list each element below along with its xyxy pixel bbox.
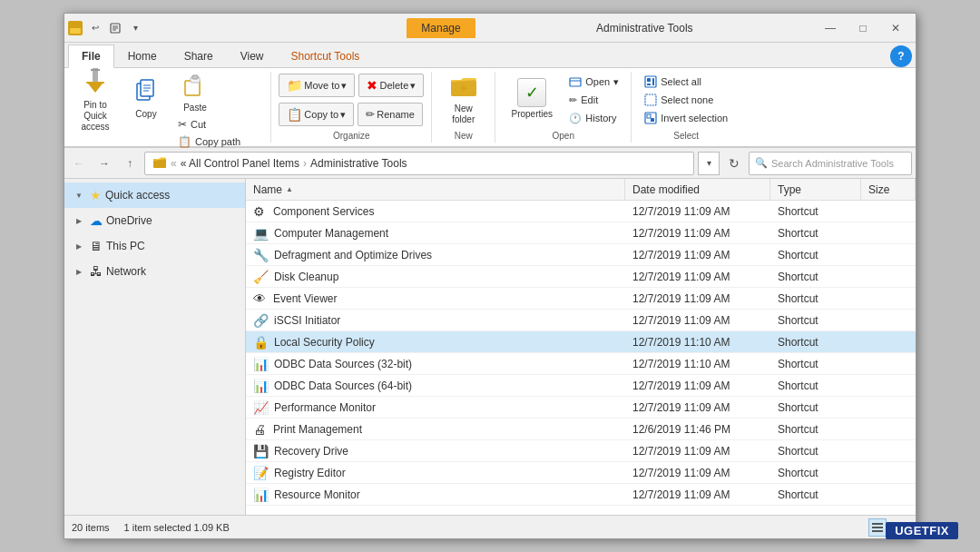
col-header-size[interactable]: Size	[861, 179, 916, 200]
select-all-icon	[644, 75, 657, 88]
table-row[interactable]: 📊 Resource Monitor 12/7/2019 11:09 AM Sh…	[246, 484, 916, 506]
table-row[interactable]: 📈 Performance Monitor 12/7/2019 11:09 AM…	[246, 397, 916, 419]
file-size	[861, 331, 916, 352]
sidebar-label-onedrive: OneDrive	[106, 214, 152, 227]
window-controls: — □ ✕	[814, 14, 912, 43]
path-control-panel[interactable]: « All Control Panel Items	[181, 157, 299, 170]
tab-share[interactable]: Share	[171, 44, 227, 67]
item-count-text: 20 items	[72, 522, 110, 533]
invert-selection-button[interactable]: Invert selection	[640, 110, 732, 126]
rename-icon: ✏	[366, 108, 375, 121]
delete-button[interactable]: ✖ Delete ▾	[358, 74, 424, 97]
file-size	[861, 440, 916, 461]
refresh-button[interactable]: ↻	[723, 152, 745, 175]
history-button[interactable]: 🕐 History	[564, 110, 623, 126]
file-date: 12/7/2019 11:09 AM	[625, 244, 770, 265]
table-row[interactable]: 📊 ODBC Data Sources (32-bit) 12/7/2019 1…	[246, 353, 916, 375]
clipboard-group: Pin to Quickaccess Copy	[64, 72, 271, 143]
organize-group-label: Organize	[279, 129, 424, 143]
new-group: + Newfolder New	[432, 72, 495, 143]
file-list: Name ▲ Date modified Type Size ⚙ Compone…	[246, 179, 916, 515]
table-row[interactable]: 👁 Event Viewer 12/7/2019 11:09 AM Shortc…	[246, 288, 916, 310]
file-size	[861, 462, 916, 483]
delete-label: Delete	[379, 80, 408, 91]
edit-button[interactable]: ✏ Edit	[564, 92, 623, 108]
details-view-button[interactable]	[868, 518, 887, 537]
search-box[interactable]: 🔍 Search Administrative Tools	[749, 152, 912, 175]
up-button[interactable]: ↑	[119, 153, 141, 174]
table-row[interactable]: 💾 Recovery Drive 12/7/2019 11:09 AM Shor…	[246, 440, 916, 462]
table-row[interactable]: 🔧 Defragment and Optimize Drives 12/7/20…	[246, 244, 916, 266]
file-icon: ⚙	[253, 204, 268, 219]
close-button[interactable]: ✕	[879, 14, 912, 43]
open-button[interactable]: Open ▾	[564, 74, 623, 90]
pin-icon	[83, 65, 108, 98]
new-folder-button[interactable]: + Newfolder	[440, 72, 487, 126]
maximize-button[interactable]: □	[847, 14, 879, 43]
move-to-button[interactable]: 📁 Move to ▾	[279, 74, 355, 97]
table-row[interactable]: ⚙ Component Services 12/7/2019 11:09 AM …	[246, 201, 916, 222]
table-row[interactable]: 🖨 Print Management 12/6/2019 11:46 PM Sh…	[246, 419, 916, 440]
sort-arrow-name: ▲	[286, 185, 293, 193]
svg-rect-1	[70, 28, 81, 34]
tab-shortcut-tools[interactable]: Shortcut Tools	[278, 44, 374, 67]
copy-button[interactable]: Copy	[122, 72, 170, 126]
col-header-name[interactable]: Name ▲	[246, 179, 625, 200]
search-icon: 🔍	[755, 157, 768, 169]
file-icon: 🔧	[253, 248, 269, 262]
file-date: 12/7/2019 11:09 AM	[625, 266, 770, 287]
table-row[interactable]: 🧹 Disk Cleanup 12/7/2019 11:09 AM Shortc…	[246, 266, 916, 288]
select-none-button[interactable]: Select none	[640, 92, 732, 108]
title-bar-left: ↩ ▾	[68, 19, 407, 37]
file-date: 12/6/2019 11:46 PM	[625, 419, 770, 439]
svg-rect-28	[647, 114, 651, 118]
explorer-window: ↩ ▾ Manage Administrative Tools — □ ✕	[64, 13, 916, 539]
address-dropdown-button[interactable]: ▾	[698, 152, 720, 175]
paste-button[interactable]: Paste	[173, 74, 217, 113]
file-name: Event Viewer	[273, 292, 337, 305]
tab-file[interactable]: File	[68, 44, 114, 68]
ribbon-tab-bar: File Home Share View Shortcut Tools ?	[64, 43, 916, 68]
svg-rect-22	[645, 76, 656, 87]
file-date: 12/7/2019 11:10 AM	[625, 353, 770, 374]
svg-rect-29	[651, 118, 654, 122]
cut-button[interactable]: ✂ Cut	[173, 116, 263, 133]
file-size	[861, 419, 916, 439]
history-label: History	[585, 113, 616, 123]
forward-button[interactable]: →	[93, 153, 115, 174]
sidebar-item-network[interactable]: ▶ 🖧 Network	[64, 259, 245, 284]
tab-home[interactable]: Home	[114, 44, 171, 67]
sidebar-item-onedrive[interactable]: ▶ ☁ OneDrive	[64, 208, 245, 233]
sidebar-item-quick-access[interactable]: ▼ ★ Quick access	[64, 182, 245, 208]
table-row[interactable]: 🔗 iSCSI Initiator 12/7/2019 11:09 AM Sho…	[246, 310, 916, 331]
sidebar-item-this-pc[interactable]: ▶ 🖥 This PC	[64, 233, 245, 259]
qat-dropdown-button[interactable]: ▾	[126, 19, 144, 37]
file-name: Defragment and Optimize Drives	[274, 249, 432, 261]
organize-group: 📁 Move to ▾ ✖ Delete ▾ 📋 C	[271, 72, 432, 143]
table-row[interactable]: 💻 Computer Management 12/7/2019 11:09 AM…	[246, 222, 916, 244]
pin-to-quick-access-button[interactable]: Pin to Quickaccess	[72, 72, 119, 126]
invert-selection-label: Invert selection	[661, 113, 728, 123]
col-header-date[interactable]: Date modified	[625, 179, 770, 200]
qat-undo-button[interactable]: ↩	[86, 19, 104, 37]
rename-button[interactable]: ✏ Rename	[358, 103, 423, 126]
back-button[interactable]: ←	[68, 153, 90, 174]
file-name: Recovery Drive	[274, 445, 348, 458]
manage-tab[interactable]: Manage	[407, 18, 475, 38]
address-path[interactable]: « « All Control Panel Items › Administra…	[144, 152, 694, 175]
select-none-icon	[644, 94, 657, 106]
table-row[interactable]: 📝 Registry Editor 12/7/2019 11:09 AM Sho…	[246, 462, 916, 484]
select-all-button[interactable]: Select all	[640, 74, 732, 90]
properties-button[interactable]: ✓ Properties	[503, 72, 561, 126]
help-button[interactable]: ?	[890, 45, 912, 67]
move-to-dropdown-icon: ▾	[341, 80, 347, 92]
qat-properties-button[interactable]	[106, 19, 124, 37]
file-icon: 👁	[253, 291, 268, 306]
tab-view[interactable]: View	[227, 44, 278, 67]
path-admin-tools[interactable]: Administrative Tools	[310, 157, 407, 170]
table-row[interactable]: 📊 ODBC Data Sources (64-bit) 12/7/2019 1…	[246, 375, 916, 397]
table-row[interactable]: 🔒 Local Security Policy 12/7/2019 11:10 …	[246, 331, 916, 353]
copy-to-button[interactable]: 📋 Copy to ▾	[279, 103, 354, 126]
minimize-button[interactable]: —	[814, 14, 847, 43]
col-header-type[interactable]: Type	[770, 179, 861, 200]
